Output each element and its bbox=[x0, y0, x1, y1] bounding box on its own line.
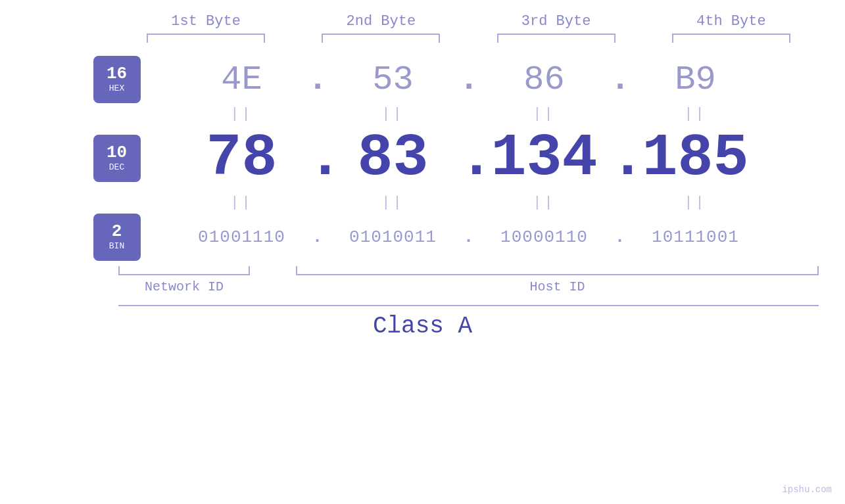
hex-b2-value: 53 bbox=[372, 60, 413, 99]
eq2-spacer2 bbox=[459, 195, 479, 211]
eq2-b4: || bbox=[630, 195, 761, 211]
dec-b2-cell: 83 bbox=[327, 129, 459, 188]
bin-b3-cell: 10000110 bbox=[479, 227, 610, 247]
dec-b4-cell: 185 bbox=[630, 129, 761, 188]
eq2-b3: || bbox=[479, 195, 610, 211]
eq1-spacer1 bbox=[308, 106, 327, 122]
hex-row: 4E . 53 . 86 . B9 bbox=[150, 60, 788, 99]
top-brackets bbox=[92, 34, 845, 43]
bin-dot3: . bbox=[610, 227, 630, 247]
bracket-2 bbox=[322, 34, 440, 43]
dec-badge-label: DEC bbox=[109, 162, 124, 173]
equals-row-2-group: || || || || bbox=[58, 192, 788, 214]
dec-dot3: . bbox=[610, 125, 630, 192]
eq2-spacer1 bbox=[308, 195, 327, 211]
bin-row: 01001110 . 01010011 . 10000110 . 1011100… bbox=[150, 227, 788, 247]
hex-b4-value: B9 bbox=[675, 60, 715, 99]
hex-badge: 16 HEX bbox=[93, 56, 141, 103]
host-id-bracket bbox=[296, 266, 819, 275]
eq1-b1: || bbox=[176, 106, 308, 122]
id-section: Network ID Host ID bbox=[0, 266, 845, 294]
bin-b3-value: 10000110 bbox=[500, 227, 588, 247]
hex-dot3: . bbox=[610, 60, 630, 99]
dec-b3-cell: 134 bbox=[479, 129, 610, 188]
net-id-group: Network ID bbox=[118, 266, 250, 294]
eq2-b1: || bbox=[176, 195, 308, 211]
network-id-label: Network ID bbox=[145, 279, 224, 294]
class-section: Class A bbox=[0, 305, 845, 340]
dec-row-group: 10 DEC 78 . 83 . 134 . 185 bbox=[58, 125, 788, 192]
dec-dot2: . bbox=[459, 125, 479, 192]
bin-b2-value: 01010011 bbox=[349, 227, 437, 247]
bin-b2-cell: 01010011 bbox=[327, 227, 459, 247]
dec-badge: 10 DEC bbox=[93, 135, 141, 182]
dec-b3-value: 134 bbox=[491, 125, 597, 192]
hex-b3-cell: 86 bbox=[479, 60, 610, 99]
bin-badge-label: BIN bbox=[109, 241, 124, 252]
hex-b3-value: 86 bbox=[523, 60, 564, 99]
bin-badge: 2 BIN bbox=[93, 214, 141, 261]
dec-badge-wrapper: 10 DEC bbox=[58, 135, 150, 182]
hex-b1-cell: 4E bbox=[176, 60, 308, 99]
hex-row-group: 16 HEX 4E . 53 . 86 . B9 bbox=[58, 43, 788, 103]
bin-badge-num: 2 bbox=[112, 223, 122, 240]
id-brackets-container: Network ID Host ID bbox=[92, 266, 845, 294]
bin-b4-cell: 10111001 bbox=[630, 227, 761, 247]
eq1-b4: || bbox=[630, 106, 761, 122]
class-label: Class A bbox=[0, 313, 845, 340]
eq2-spacer3 bbox=[610, 195, 630, 211]
dec-row: 78 . 83 . 134 . 185 bbox=[150, 125, 788, 192]
hex-dot2: . bbox=[459, 60, 479, 99]
dec-badge-num: 10 bbox=[107, 144, 127, 161]
equals-row-1: || || || || bbox=[150, 106, 788, 122]
class-bracket-wrapper bbox=[92, 305, 845, 306]
dec-b4-value: 185 bbox=[642, 125, 748, 192]
bin-b1-value: 01001110 bbox=[198, 227, 285, 247]
watermark: ipshu.com bbox=[782, 484, 832, 495]
equals-row-1-group: || || || || bbox=[58, 103, 788, 125]
hex-dot1: . bbox=[308, 60, 327, 99]
bin-b4-value: 10111001 bbox=[652, 227, 739, 247]
main-container: 1st Byte 2nd Byte 3rd Byte 4th Byte 16 H… bbox=[0, 0, 845, 504]
bin-dot2: . bbox=[459, 227, 479, 247]
bin-dot1: . bbox=[308, 227, 327, 247]
eq1-spacer3 bbox=[610, 106, 630, 122]
byte-headers: 1st Byte 2nd Byte 3rd Byte 4th Byte bbox=[92, 13, 845, 30]
byte2-label: 2nd Byte bbox=[315, 13, 447, 30]
class-top-line bbox=[118, 305, 819, 306]
eq1-b3: || bbox=[479, 106, 610, 122]
host-id-label: Host ID bbox=[529, 279, 585, 294]
hex-badge-label: HEX bbox=[109, 83, 124, 94]
bin-badge-wrapper: 2 BIN bbox=[58, 214, 150, 261]
dec-b1-value: 78 bbox=[206, 125, 277, 192]
eq1-spacer2 bbox=[459, 106, 479, 122]
dec-b1-cell: 78 bbox=[176, 129, 308, 188]
dec-dot1: . bbox=[308, 125, 327, 192]
host-id-group: Host ID bbox=[296, 266, 819, 294]
dec-b2-value: 83 bbox=[357, 125, 428, 192]
byte1-label: 1st Byte bbox=[140, 13, 272, 30]
bracket-1 bbox=[147, 34, 265, 43]
bin-row-group: 2 BIN 01001110 . 01010011 . 10000110 . 1… bbox=[58, 214, 788, 261]
bin-b1-cell: 01001110 bbox=[176, 227, 308, 247]
eq2-b2: || bbox=[327, 195, 459, 211]
bracket-3 bbox=[497, 34, 616, 43]
hex-b2-cell: 53 bbox=[327, 60, 459, 99]
hex-badge-wrapper: 16 HEX bbox=[58, 43, 150, 103]
hex-b4-cell: B9 bbox=[630, 60, 761, 99]
equals-row-2: || || || || bbox=[150, 195, 788, 211]
id-section-spacer bbox=[0, 266, 92, 294]
net-id-bracket bbox=[118, 266, 250, 275]
hex-b1-value: 4E bbox=[221, 60, 262, 99]
bracket-4 bbox=[672, 34, 790, 43]
hex-badge-num: 16 bbox=[107, 65, 127, 82]
eq1-b2: || bbox=[327, 106, 459, 122]
byte4-label: 4th Byte bbox=[665, 13, 797, 30]
byte3-label: 3rd Byte bbox=[491, 13, 622, 30]
